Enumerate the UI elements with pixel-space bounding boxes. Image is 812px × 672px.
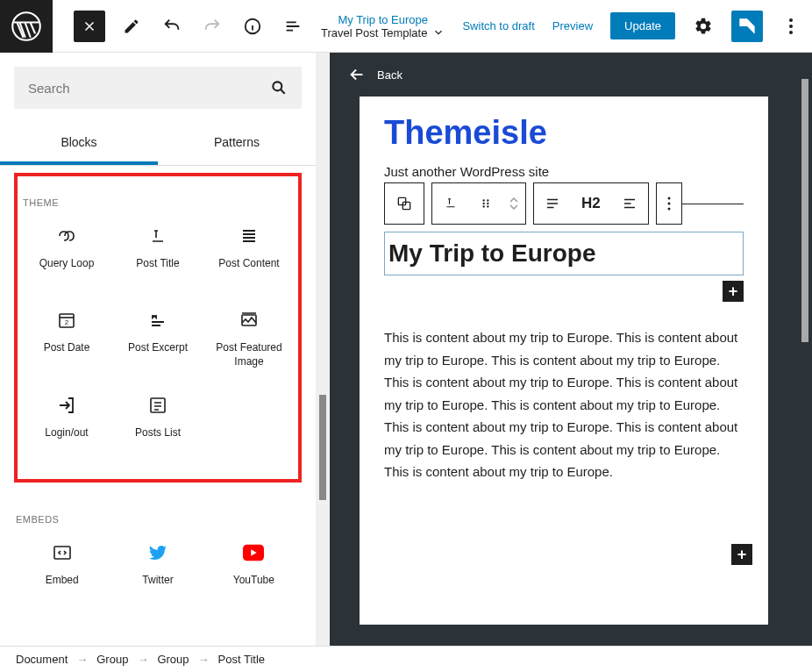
block-toolbar-blocktype[interactable] xyxy=(384,182,424,225)
chevron-down-icon xyxy=(509,204,518,210)
site-title[interactable]: Themeisle xyxy=(384,114,744,152)
posts-list-icon xyxy=(147,395,168,416)
post-title-icon xyxy=(147,225,168,247)
post-content-block[interactable]: This is content about my trip to Europe.… xyxy=(384,326,744,483)
post-title-block[interactable]: My Trip to Europe xyxy=(384,232,744,275)
block-post-featured-image[interactable]: Post Featured Image xyxy=(203,304,295,374)
featured-image-icon xyxy=(239,310,260,331)
document-title: My Trip to Europe xyxy=(338,13,428,26)
login-out-icon xyxy=(56,395,77,416)
section-label-embeds: EMBEDS xyxy=(14,507,302,537)
block-toolbar-layout[interactable] xyxy=(431,182,526,225)
redo-icon xyxy=(202,16,223,37)
chevron-down-icon xyxy=(432,26,445,39)
heading-level[interactable]: H2 xyxy=(571,183,611,224)
inserter-tabs: Blocks Patterns xyxy=(0,123,316,166)
avatar[interactable] xyxy=(731,11,763,42)
page-preview[interactable]: Themeisle Just another WordPress site xyxy=(360,97,768,625)
block-posts-list[interactable]: Posts List xyxy=(112,390,203,458)
svg-point-17 xyxy=(487,203,488,204)
svg-point-20 xyxy=(667,197,670,200)
paragraph-icon[interactable] xyxy=(432,183,469,224)
svg-rect-13 xyxy=(402,202,410,209)
embed-icon xyxy=(52,542,73,563)
preview-button[interactable]: Preview xyxy=(552,19,593,32)
site-tagline[interactable]: Just another WordPress site xyxy=(384,164,744,179)
breadcrumb: Document→ Group→ Group→ Post Title xyxy=(0,646,812,672)
text-align-icon[interactable] xyxy=(611,183,648,224)
info-icon[interactable] xyxy=(242,16,263,37)
svg-point-16 xyxy=(483,203,485,204)
youtube-icon xyxy=(243,542,264,563)
block-embed[interactable]: Embed xyxy=(14,537,110,605)
more-icon[interactable] xyxy=(657,183,681,224)
canvas-back-header[interactable]: Back xyxy=(330,53,798,97)
toolbar-right: Switch to draft Preview Update xyxy=(462,11,801,42)
block-query-loop[interactable]: Query Loop xyxy=(21,220,112,289)
search-input[interactable] xyxy=(28,81,270,96)
block-toolbar-more[interactable] xyxy=(656,182,682,225)
close-inserter-button[interactable] xyxy=(74,11,105,42)
block-twitter[interactable]: Twitter xyxy=(110,537,205,605)
block-toolbar: H2 xyxy=(384,182,744,225)
breadcrumb-item[interactable]: Document xyxy=(16,653,68,666)
sidebar-scrollbar[interactable] xyxy=(316,53,330,646)
breadcrumb-item[interactable]: Group xyxy=(96,653,128,666)
block-youtube[interactable]: YouTube xyxy=(206,537,302,605)
back-arrow-icon xyxy=(347,65,367,84)
svg-point-18 xyxy=(483,205,485,207)
svg-rect-12 xyxy=(398,197,405,204)
add-block-button[interactable]: + xyxy=(723,281,744,302)
wordpress-logo[interactable] xyxy=(0,0,53,53)
section-label-theme: THEME xyxy=(21,190,295,220)
more-options-icon[interactable] xyxy=(780,16,801,37)
chevron-up-icon xyxy=(509,197,518,203)
list-view-icon[interactable] xyxy=(282,16,303,37)
block-post-title[interactable]: Post Title xyxy=(112,220,203,289)
svg-point-15 xyxy=(487,199,488,201)
breadcrumb-item[interactable]: Group xyxy=(157,653,189,666)
canvas-scrollbar[interactable] xyxy=(798,53,812,646)
block-inserter-panel: Blocks Patterns THEME Query Loop Post Ti… xyxy=(0,53,316,646)
block-post-date[interactable]: 2 Post Date xyxy=(21,304,112,374)
svg-point-14 xyxy=(483,199,485,201)
template-selector[interactable]: Travel Post Template xyxy=(321,26,445,39)
move-arrows[interactable] xyxy=(502,183,525,224)
query-loop-icon xyxy=(56,225,77,247)
twitter-icon xyxy=(147,542,168,563)
edit-icon[interactable] xyxy=(121,16,142,37)
search-box[interactable] xyxy=(14,67,302,109)
post-excerpt-icon xyxy=(147,310,168,331)
svg-rect-10 xyxy=(54,547,70,559)
align-icon[interactable] xyxy=(534,183,571,224)
post-date-icon: 2 xyxy=(56,310,77,331)
toolbar-tools xyxy=(121,16,303,37)
block-post-content[interactable]: Post Content xyxy=(203,220,295,289)
theme-blocks-highlight: THEME Query Loop Post Title Post Content xyxy=(14,173,302,483)
svg-point-2 xyxy=(789,18,793,22)
svg-text:2: 2 xyxy=(65,318,69,326)
svg-point-22 xyxy=(667,208,670,211)
back-label: Back xyxy=(377,68,402,82)
breadcrumb-item[interactable]: Post Title xyxy=(218,653,265,666)
svg-point-4 xyxy=(789,31,793,34)
block-post-excerpt[interactable]: Post Excerpt xyxy=(112,304,203,374)
tab-blocks[interactable]: Blocks xyxy=(0,123,158,165)
add-block-button-bottom[interactable]: + xyxy=(731,544,752,565)
block-type-icon xyxy=(395,195,413,212)
undo-icon[interactable] xyxy=(161,16,182,37)
svg-point-21 xyxy=(667,203,670,205)
block-toolbar-heading[interactable]: H2 xyxy=(533,182,649,225)
post-content-icon xyxy=(239,225,260,247)
settings-gear-icon[interactable] xyxy=(693,16,714,37)
tab-patterns[interactable]: Patterns xyxy=(158,123,316,165)
editor-canvas: Back Themeisle Just another WordPress si… xyxy=(330,53,798,646)
svg-point-5 xyxy=(273,82,281,90)
update-button[interactable]: Update xyxy=(610,12,675,39)
document-title-area[interactable]: My Trip to Europe Travel Post Template xyxy=(303,13,462,39)
block-login-out[interactable]: Login/out xyxy=(21,390,112,458)
search-icon xyxy=(270,79,288,97)
top-toolbar: My Trip to Europe Travel Post Template S… xyxy=(0,0,812,53)
drag-handle-icon[interactable] xyxy=(469,183,502,224)
switch-to-draft-button[interactable]: Switch to draft xyxy=(462,19,534,32)
